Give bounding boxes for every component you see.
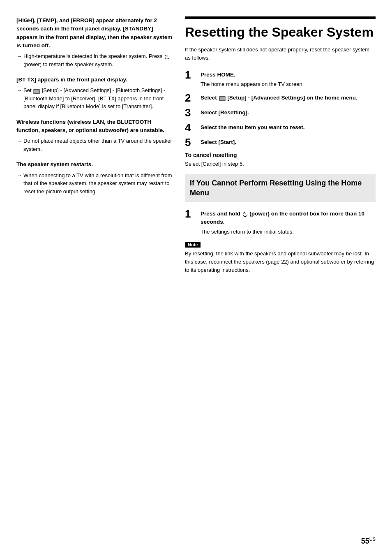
gray-step-number-1: 1	[185, 208, 196, 219]
note-label: Note	[185, 242, 201, 248]
svg-rect-3	[34, 90, 39, 93]
page-suffix: US	[369, 537, 376, 542]
gray-step-1: 1 Press and hold (power) on the control …	[185, 208, 376, 236]
note-box: Note By resetting, the link with the spe…	[185, 241, 376, 274]
svg-rect-6	[220, 97, 225, 100]
warning-block-4: The speaker system restarts. → When conn…	[16, 160, 173, 195]
step-5: 5 Select [Start].	[185, 137, 376, 148]
left-column: [HIGH], [TEMP], and [ERROR] appear alter…	[16, 16, 173, 275]
to-cancel-heading: To cancel resetting	[185, 152, 376, 158]
page-number-value: 55	[361, 537, 369, 545]
step-label-2: Select [Setup] - [Advanced Settings] on …	[201, 94, 376, 102]
bullet-item-3-1: → Do not place metal objects other than …	[16, 137, 173, 153]
gray-step-label-1: Press and hold (power) on the control bo…	[201, 210, 376, 227]
note-text: By resetting, the link with the speakers…	[185, 250, 376, 274]
step-content-1: Press HOME. The home menu appears on the…	[201, 69, 376, 88]
gray-step-content-1: Press and hold (power) on the control bo…	[201, 208, 376, 236]
gray-box: If You Cannot Perform Resetting Using th…	[185, 174, 376, 202]
step-number-2: 2	[185, 93, 196, 103]
page-number: 55US	[361, 537, 376, 546]
bullet-item-2-1: → Set [Setup] - [Advanced Settings] - [B…	[16, 86, 173, 111]
setup-icon-2	[33, 88, 40, 93]
step-label-1: Press HOME.	[201, 71, 376, 79]
step-label-5: Select [Start].	[201, 138, 376, 146]
bullet-item-4-1: → When connecting to a TV with a resolut…	[16, 171, 173, 196]
gray-step-desc-1: The settings return to their initial sta…	[201, 228, 376, 236]
step-desc-1: The home menu appears on the TV screen.	[201, 80, 376, 88]
step-label-3: Select [Resetting].	[201, 109, 376, 117]
setup-icon-step2	[219, 95, 226, 100]
warning-block-1: [HIGH], [TEMP], and [ERROR] appear alter…	[16, 16, 173, 68]
step-number-5: 5	[185, 137, 196, 148]
arrow-icon-2-1: →	[16, 86, 22, 111]
step-3: 3 Select [Resetting].	[185, 107, 376, 118]
warning-block-3: Wireless functions (wireless LAN, the BL…	[16, 118, 173, 153]
arrow-icon-1-1: →	[16, 52, 22, 68]
power-icon-gray	[242, 211, 248, 217]
step-2: 2 Select [Setup] - [Advanced Settings] o…	[185, 93, 376, 103]
gray-box-title: If You Cannot Perform Resetting Using th…	[190, 178, 371, 198]
step-number-1: 1	[185, 69, 196, 80]
step-number-3: 3	[185, 107, 196, 118]
warning-title-4: The speaker system restarts.	[16, 160, 173, 169]
power-icon-1	[164, 54, 170, 59]
bullet-text-4-1: When connecting to a TV with a resolutio…	[23, 171, 173, 196]
step-content-3: Select [Resetting].	[201, 107, 376, 117]
intro-text: If the speaker system still does not ope…	[185, 46, 376, 62]
step-content-4: Select the menu item you want to reset.	[201, 122, 376, 132]
svg-rect-7	[221, 100, 224, 101]
step-content-2: Select [Setup] - [Advanced Settings] on …	[201, 93, 376, 102]
bullet-text-2-1: Set [Setup] - [Advanced Settings] - [Blu…	[23, 86, 173, 111]
page-layout: [HIGH], [TEMP], and [ERROR] appear alter…	[16, 16, 376, 275]
svg-rect-4	[35, 93, 38, 94]
warning-title-2: [BT TX] appears in the front panel displ…	[16, 76, 173, 84]
right-column: Resetting the Speaker System If the spea…	[185, 16, 376, 275]
step-label-4: Select the menu item you want to reset.	[201, 123, 376, 132]
main-title: Resetting the Speaker System	[185, 25, 376, 40]
warning-title-1: [HIGH], [TEMP], and [ERROR] appear alter…	[16, 16, 173, 50]
bullet-text-3-1: Do not place metal objects other than a …	[23, 137, 173, 153]
step-content-5: Select [Start].	[201, 137, 376, 146]
bullet-item-1-1: → High-temperature is detected in the sp…	[16, 52, 173, 68]
step-number-4: 4	[185, 122, 196, 133]
step-4: 4 Select the menu item you want to reset…	[185, 122, 376, 133]
to-cancel-text: Select [Cancel] in step 5.	[185, 160, 376, 168]
warning-title-3: Wireless functions (wireless LAN, the BL…	[16, 118, 173, 135]
bullet-text-1-1: High-temperature is detected in the spea…	[23, 52, 173, 68]
top-bar	[185, 16, 376, 19]
warning-block-2: [BT TX] appears in the front panel displ…	[16, 76, 173, 111]
arrow-icon-3-1: →	[16, 137, 22, 153]
step-1: 1 Press HOME. The home menu appears on t…	[185, 69, 376, 88]
arrow-icon-4-1: →	[16, 171, 22, 196]
